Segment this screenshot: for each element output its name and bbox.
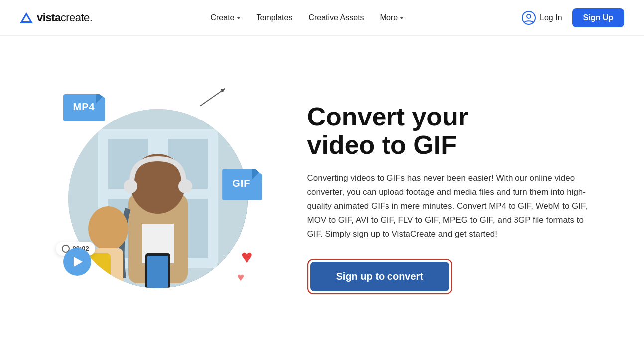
nav-creative-assets[interactable]: Creative Assets (308, 13, 364, 22)
main-nav: Create Templates Creative Assets More (210, 13, 404, 22)
svg-point-11 (124, 179, 137, 193)
hero-circle-image (68, 109, 248, 288)
header-actions: Log In Sign Up (522, 8, 624, 27)
pencil-decoration (200, 88, 225, 106)
hero-content: Convert your video to GIF Converting vid… (307, 103, 596, 295)
main-content: MP4 (0, 36, 644, 361)
nav-create[interactable]: Create (210, 13, 240, 22)
svg-point-16 (88, 206, 128, 251)
nav-more[interactable]: More (380, 13, 404, 22)
hero-illustration: MP4 (48, 69, 267, 328)
person-svg (68, 109, 248, 288)
heart-icon: ♥ (241, 247, 253, 266)
logo-text: vistacreate. (37, 11, 92, 24)
svg-rect-15 (147, 256, 168, 288)
hero-title: Convert your video to GIF (307, 103, 596, 159)
hero-description: Converting videos to GIFs has never been… (307, 171, 596, 241)
play-icon (74, 257, 83, 267)
header: vistacreate. Create Templates Creative A… (0, 0, 644, 36)
chevron-down-icon (237, 17, 241, 19)
nav-templates[interactable]: Templates (257, 13, 293, 22)
mp4-tag: MP4 (63, 94, 105, 121)
sign-up-to-convert-button[interactable]: Sign up to convert (310, 262, 450, 291)
svg-point-1 (527, 14, 531, 18)
svg-point-12 (178, 179, 192, 193)
chevron-down-icon (400, 17, 404, 19)
logo[interactable]: vistacreate. (20, 11, 92, 24)
heart-decoration: ♥ ♥ (241, 247, 253, 283)
signup-button[interactable]: Sign Up (572, 8, 624, 27)
heart-small-icon: ♥ (237, 271, 244, 283)
cta-button-wrapper: Sign up to convert (307, 259, 453, 294)
user-icon (522, 11, 536, 25)
play-button[interactable] (63, 248, 91, 276)
logo-icon (20, 12, 33, 23)
login-button[interactable]: Log In (522, 11, 562, 25)
gif-tag: GIF (222, 169, 262, 200)
